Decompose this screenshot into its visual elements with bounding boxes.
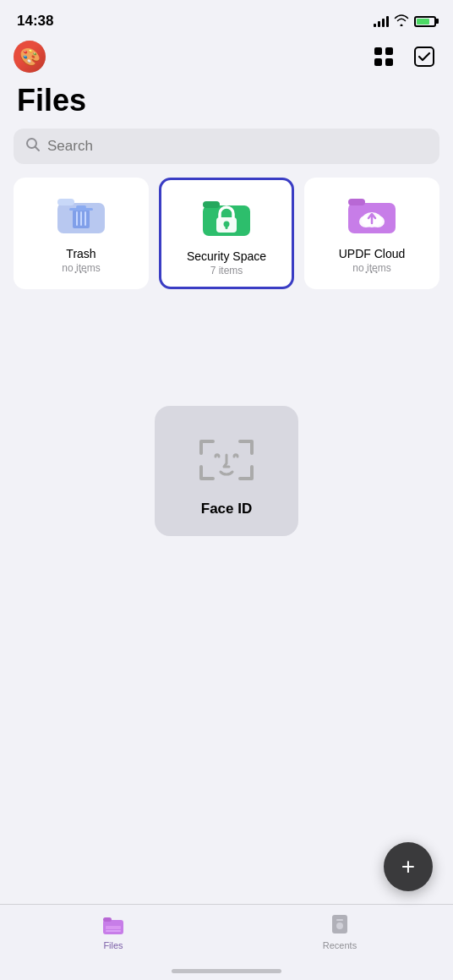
- cloud-folder-menu[interactable]: ···: [364, 263, 379, 281]
- faceid-graphic: [193, 430, 260, 489]
- avatar[interactable]: [14, 41, 46, 73]
- trash-folder-name: Trash: [66, 247, 96, 260]
- tab-recents[interactable]: Recents: [306, 912, 374, 950]
- top-nav: [0, 37, 453, 79]
- trash-folder-icon: [54, 191, 108, 238]
- battery-icon: [414, 16, 436, 27]
- svg-point-24: [371, 216, 385, 227]
- faceid-overlay[interactable]: Face ID: [155, 406, 298, 536]
- cloud-folder-icon: [345, 191, 399, 238]
- svg-rect-2: [374, 58, 382, 66]
- faceid-label: Face ID: [201, 501, 252, 517]
- status-bar: 14:38: [0, 0, 453, 37]
- svg-point-23: [359, 216, 373, 227]
- security-folder-count: 7 items: [210, 265, 243, 276]
- folder-security-space[interactable]: Security Space 7 items: [159, 178, 294, 289]
- folders-grid: Trash no items ··· Security Space 7 item…: [0, 178, 453, 289]
- svg-rect-3: [385, 58, 393, 66]
- search-bar[interactable]: [14, 129, 439, 164]
- files-tab-label: Files: [103, 940, 123, 950]
- check-button[interactable]: [409, 41, 439, 72]
- nav-right: [368, 41, 439, 72]
- trash-folder-menu[interactable]: ···: [74, 263, 89, 281]
- svg-rect-8: [57, 199, 74, 205]
- svg-rect-31: [336, 919, 343, 921]
- files-tab-icon: [101, 912, 126, 937]
- svg-point-30: [336, 923, 343, 929]
- svg-rect-16: [203, 201, 220, 208]
- wifi-icon: [394, 14, 409, 29]
- svg-rect-11: [76, 205, 86, 209]
- search-icon: [25, 137, 41, 156]
- status-time: 14:38: [17, 13, 53, 30]
- folder-trash[interactable]: Trash no items ···: [14, 178, 149, 289]
- page-title: Files: [0, 79, 453, 129]
- fab-plus-icon: +: [401, 855, 415, 879]
- svg-rect-4: [415, 47, 434, 66]
- status-icons: [374, 14, 436, 29]
- svg-rect-21: [348, 199, 365, 205]
- tab-files[interactable]: Files: [79, 912, 147, 950]
- recents-tab-icon: [327, 912, 352, 937]
- security-folder-name: Security Space: [187, 249, 266, 263]
- svg-rect-19: [226, 225, 228, 229]
- fab-add-button[interactable]: +: [384, 842, 433, 891]
- svg-rect-26: [103, 917, 112, 922]
- signal-icon: [374, 15, 389, 27]
- grid-view-button[interactable]: [368, 41, 399, 72]
- svg-rect-1: [385, 47, 393, 55]
- svg-line-6: [35, 147, 40, 151]
- cloud-folder-name: UPDF Cloud: [339, 247, 406, 260]
- svg-rect-28: [106, 930, 121, 932]
- folder-updf-cloud[interactable]: UPDF Cloud no items ···: [304, 178, 439, 289]
- security-folder-icon: [199, 194, 254, 241]
- home-indicator: [172, 969, 281, 973]
- search-input[interactable]: [47, 138, 428, 155]
- svg-rect-0: [374, 47, 382, 55]
- recents-tab-label: Recents: [323, 940, 357, 950]
- svg-rect-27: [106, 926, 121, 929]
